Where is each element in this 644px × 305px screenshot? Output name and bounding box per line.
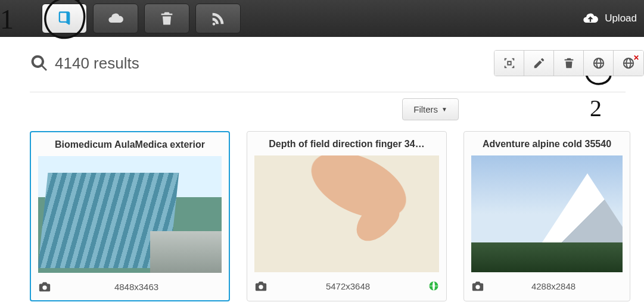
- asset-card[interactable]: Adventure alpine cold 35540 4288x2848: [463, 131, 630, 301]
- tab-cloud[interactable]: [93, 4, 138, 33]
- tab-library[interactable]: [42, 4, 87, 33]
- book-icon: [56, 10, 73, 27]
- asset-thumbnail[interactable]: [38, 156, 222, 273]
- asset-title: Biomedicum AulaMedica exterior: [38, 139, 222, 150]
- asset-dimensions: 4848x3463: [51, 282, 222, 292]
- public-globe-icon: [428, 281, 439, 291]
- caret-down-icon: ▼: [441, 106, 447, 113]
- cloud-upload-icon: [582, 10, 599, 27]
- x-badge-icon: ✕: [633, 54, 639, 62]
- camera-icon: [254, 279, 267, 292]
- rss-icon: [210, 10, 226, 27]
- top-toolbar: Upload: [0, 0, 644, 37]
- edit-button[interactable]: [524, 51, 554, 76]
- select-icon: [503, 57, 516, 70]
- publish-button[interactable]: [584, 51, 614, 76]
- filters-label: Filters: [413, 104, 438, 114]
- search-icon: [30, 54, 49, 73]
- pencil-icon: [533, 57, 546, 70]
- asset-card[interactable]: Biomedicum AulaMedica exterior 4848x3463: [30, 131, 230, 301]
- bulk-action-toolbar: ✕: [494, 50, 644, 76]
- camera-icon: [38, 280, 51, 293]
- tab-feed[interactable]: [195, 4, 241, 33]
- camera-icon: [471, 279, 484, 292]
- asset-title: Adventure alpine cold 35540: [471, 139, 623, 150]
- delete-button[interactable]: [554, 51, 584, 76]
- asset-card[interactable]: Depth of field direction finger 34… 5472…: [247, 131, 447, 301]
- asset-dimensions: 5472x3648: [267, 281, 428, 291]
- trash-icon: [158, 10, 175, 27]
- unpublish-button[interactable]: ✕: [614, 51, 643, 76]
- tab-trash[interactable]: [144, 4, 189, 33]
- upload-label: Upload: [605, 13, 637, 24]
- divider: [30, 92, 626, 92]
- trash-icon: [562, 57, 575, 70]
- asset-title: Depth of field direction finger 34…: [254, 139, 439, 150]
- select-all-button[interactable]: [494, 51, 524, 76]
- asset-thumbnail[interactable]: [254, 155, 439, 272]
- cloud-icon: [107, 10, 124, 27]
- results-grid: Biomedicum AulaMedica exterior 4848x3463…: [30, 131, 644, 301]
- asset-dimensions: 4288x2848: [484, 281, 623, 291]
- filters-button[interactable]: Filters ▼: [402, 98, 459, 120]
- upload-button[interactable]: Upload: [582, 10, 637, 27]
- globe-icon: [592, 57, 605, 70]
- results-count: 4140 results: [55, 54, 139, 73]
- asset-thumbnail[interactable]: [471, 155, 623, 272]
